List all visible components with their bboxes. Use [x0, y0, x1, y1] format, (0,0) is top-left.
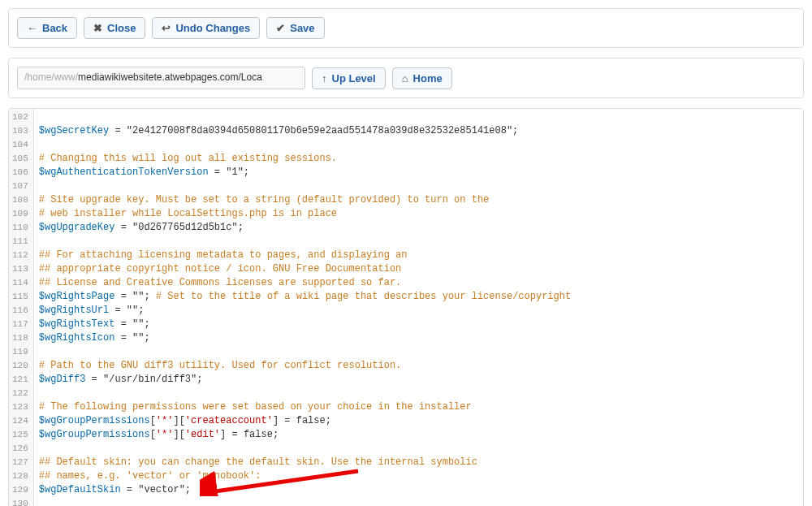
code-line[interactable]: $wgDefaultSkin = "vector"; [39, 483, 798, 497]
top-toolbar-panel: ← Back ✖ Close ↩ Undo Changes ✔ Save [8, 8, 804, 48]
code-line[interactable]: $wgRightsText = ""; [39, 318, 798, 331]
close-icon: ✖ [93, 22, 102, 34]
code-line[interactable]: ## License and Creative Commons licenses… [39, 276, 798, 290]
check-icon: ✔ [276, 22, 285, 34]
pathbar: /home/www/mediawikiwebsitete.atwebpages.… [9, 58, 803, 97]
path-rest: mediawikiwebsitete.atwebpages.com/Loca [78, 71, 262, 83]
code-line[interactable]: # The following permissions were set bas… [39, 400, 798, 414]
up-level-label: Up Level [332, 72, 376, 84]
up-level-button[interactable]: ↑ Up Level [312, 67, 386, 89]
close-button[interactable]: ✖ Close [84, 17, 145, 39]
code-line[interactable] [39, 442, 798, 456]
undo-label: Undo Changes [175, 22, 250, 34]
code-line[interactable]: # Site upgrade key. Must be set to a str… [39, 193, 798, 207]
save-button[interactable]: ✔ Save [266, 17, 324, 39]
code-line[interactable] [39, 138, 798, 152]
code-line[interactable]: # web installer while LocalSettings.php … [39, 207, 798, 221]
code-line[interactable]: $wgAuthenticationTokenVersion = "1"; [39, 166, 798, 179]
home-icon: ⌂ [402, 72, 408, 84]
code-line[interactable] [39, 387, 798, 400]
code-line[interactable]: $wgUpgradeKey = "0d267765d12d5b1c"; [39, 221, 798, 235]
back-button[interactable]: ← Back [17, 17, 77, 39]
code-line[interactable] [39, 497, 798, 506]
code-line[interactable]: # Changing this will log out all existin… [39, 152, 798, 166]
code-line[interactable]: ## names, e.g. 'vector' or 'monobook': [39, 469, 798, 483]
undo-icon: ↩ [162, 22, 171, 34]
arrow-up-icon: ↑ [322, 72, 327, 84]
code-line[interactable]: ## Default skin: you can change the defa… [39, 456, 798, 469]
editor-panel: 1021031041051061071081091101111121131141… [8, 108, 804, 506]
home-label: Home [413, 72, 443, 84]
arrow-left-icon: ← [27, 22, 37, 34]
path-panel: /home/www/mediawikiwebsitete.atwebpages.… [8, 58, 804, 98]
code-line[interactable]: ## For attaching licensing metadata to p… [39, 249, 798, 262]
code-line[interactable] [39, 345, 798, 359]
code-line[interactable]: # Path to the GNU diff3 utility. Used fo… [39, 359, 798, 373]
path-prefix: /home/www/ [24, 71, 78, 83]
code-line[interactable]: $wgRightsUrl = ""; [39, 304, 798, 318]
code-line[interactable]: $wgRightsPage = ""; # Set to the title o… [39, 290, 798, 304]
close-label: Close [107, 22, 136, 34]
toolbar: ← Back ✖ Close ↩ Undo Changes ✔ Save [9, 9, 803, 47]
code-line[interactable]: $wgGroupPermissions['*']['edit'] = false… [39, 428, 798, 442]
code-line[interactable]: $wgGroupPermissions['*']['createaccount'… [39, 414, 798, 428]
code-line[interactable]: ## appropriate copyright notice / icon. … [39, 262, 798, 276]
code-area[interactable]: $wgSecretKey = "2e4127008f8da0394d650801… [34, 109, 803, 506]
code-editor[interactable]: 1021031041051061071081091101111121131141… [9, 109, 803, 506]
home-button[interactable]: ⌂ Home [392, 67, 452, 89]
code-line[interactable]: $wgRightsIcon = ""; [39, 331, 798, 345]
save-label: Save [290, 22, 314, 34]
code-line[interactable]: $wgDiff3 = "/usr/bin/diff3"; [39, 373, 798, 387]
undo-button[interactable]: ↩ Undo Changes [152, 17, 260, 39]
back-label: Back [42, 22, 67, 34]
code-line[interactable] [39, 179, 798, 193]
line-number-gutter: 1021031041051061071081091101111121131141… [9, 109, 34, 506]
code-line[interactable]: $wgSecretKey = "2e4127008f8da0394d650801… [39, 124, 798, 138]
code-line[interactable] [39, 235, 798, 249]
path-input[interactable]: /home/www/mediawikiwebsitete.atwebpages.… [17, 67, 305, 89]
code-line[interactable] [39, 110, 798, 124]
